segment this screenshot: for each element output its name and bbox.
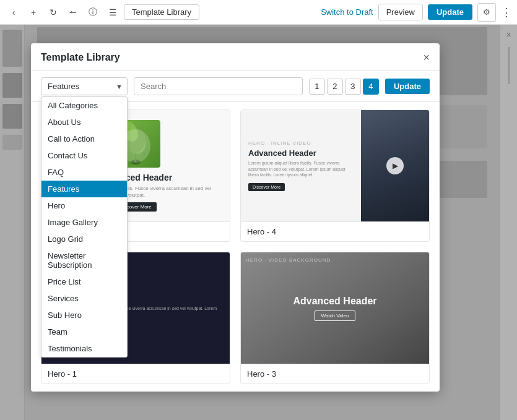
category-option-newsletter[interactable]: Newsletter Subscription bbox=[41, 247, 127, 273]
template-library-modal: Template Library × All Categories About … bbox=[31, 43, 440, 392]
template-card-hero3[interactable]: HERO · VIDEO BACKGROUND Advanced Header … bbox=[240, 252, 430, 384]
category-option-hero[interactable]: Hero bbox=[41, 197, 127, 214]
hero1-label: Hero - 1 bbox=[41, 364, 230, 384]
modal-close-button[interactable]: × bbox=[423, 52, 430, 63]
hero4-heading: Advanced Header bbox=[248, 148, 354, 158]
category-option-contact-us[interactable]: Contact Us bbox=[41, 147, 127, 164]
svg-point-0 bbox=[131, 160, 141, 165]
undo-button[interactable]: ↻ bbox=[45, 4, 62, 21]
page-2-button[interactable]: 2 bbox=[327, 79, 343, 95]
category-option-sub-hero[interactable]: Sub Hero bbox=[41, 307, 127, 324]
modal-header: Template Library × bbox=[31, 43, 440, 71]
preview-button[interactable]: Preview bbox=[378, 4, 423, 20]
redo-button[interactable]: ↼ bbox=[64, 4, 82, 21]
hero4-subtext: Lorem ipsum aliquet libero facilis. Fusc… bbox=[248, 160, 354, 178]
hero4-label: Hero - 4 bbox=[241, 221, 429, 241]
template-thumb-hero3: HERO · VIDEO BACKGROUND Advanced Header … bbox=[241, 252, 429, 364]
back-button[interactable]: ‹ bbox=[5, 4, 22, 21]
update-button[interactable]: Update bbox=[428, 4, 472, 20]
page-3-button[interactable]: 3 bbox=[345, 79, 361, 95]
more-button[interactable]: ⋮ bbox=[501, 6, 512, 19]
hero3-heading: Advanced Header bbox=[293, 296, 376, 307]
hero3-cta: Watch Video bbox=[315, 311, 356, 321]
category-option-logo-grid[interactable]: Logo Grid bbox=[41, 231, 127, 247]
top-bar-left: ‹ + ↻ ↼ ⓘ ☰ Template Library bbox=[5, 4, 199, 21]
top-bar: ‹ + ↻ ↼ ⓘ ☰ Template Library Switch to D… bbox=[0, 0, 517, 25]
modal-toolbar: All Categories About Us Call to Action C… bbox=[31, 71, 440, 102]
category-option-services[interactable]: Services bbox=[41, 290, 127, 307]
category-option-features[interactable]: Features bbox=[41, 181, 127, 197]
toolbar-update-button[interactable]: Update bbox=[385, 79, 430, 94]
settings-button[interactable]: ⚙ bbox=[477, 3, 496, 22]
hero3-badge: HERO · VIDEO BACKGROUND bbox=[246, 257, 331, 263]
hero4-cta: Discover More bbox=[248, 183, 285, 191]
modal-title: Template Library bbox=[41, 52, 120, 63]
category-option-image-gallery[interactable]: Image Gallery bbox=[41, 214, 127, 231]
info-button[interactable]: ⓘ bbox=[84, 4, 102, 21]
category-option-about-us[interactable]: About Us bbox=[41, 114, 127, 131]
page-1-button[interactable]: 1 bbox=[309, 79, 325, 95]
category-select[interactable]: All Categories About Us Call to Action C… bbox=[41, 77, 128, 95]
current-tab-label: Template Library bbox=[124, 4, 199, 20]
menu-button[interactable]: ☰ bbox=[104, 4, 121, 21]
editor-area: If you a memo... ☐ × Template Library × … bbox=[0, 25, 517, 420]
template-card-hero4[interactable]: HERO · INLINE VIDEO Advanced Header Lore… bbox=[240, 109, 430, 242]
switch-to-draft-button[interactable]: Switch to Draft bbox=[321, 7, 373, 17]
hero3-label: Hero - 3 bbox=[241, 364, 429, 384]
template-thumb-hero4: HERO · INLINE VIDEO Advanced Header Lore… bbox=[241, 110, 429, 221]
category-dropdown-container: All Categories About Us Call to Action C… bbox=[41, 77, 128, 95]
category-option-testimonials[interactable]: Testimonials bbox=[41, 340, 127, 357]
pagination: 1 2 3 4 bbox=[309, 79, 379, 95]
category-option-price-list[interactable]: Price List bbox=[41, 273, 127, 290]
page-4-button[interactable]: 4 bbox=[363, 79, 379, 95]
hero4-play-button: ▶ bbox=[386, 157, 404, 174]
search-input[interactable] bbox=[134, 77, 303, 95]
category-option-faq[interactable]: FAQ bbox=[41, 164, 127, 181]
category-select-wrapper: All Categories About Us Call to Action C… bbox=[41, 77, 128, 95]
category-dropdown-menu: All Categories About Us Call to Action C… bbox=[41, 96, 128, 358]
add-button[interactable]: + bbox=[25, 4, 42, 21]
category-option-call-to-action[interactable]: Call to Action bbox=[41, 131, 127, 147]
category-option-all[interactable]: All Categories bbox=[41, 97, 127, 114]
hero4-badge: HERO · INLINE VIDEO bbox=[248, 140, 354, 146]
category-option-team[interactable]: Team bbox=[41, 324, 127, 340]
gear-icon: ⚙ bbox=[483, 7, 490, 17]
hero4-video-scene: ▶ bbox=[361, 110, 429, 221]
top-bar-right: Switch to Draft Preview Update ⚙ ⋮ bbox=[321, 3, 512, 22]
